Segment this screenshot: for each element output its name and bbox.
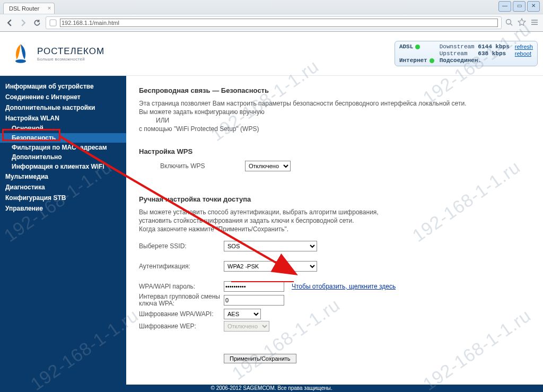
logo: РОСТЕЛЕКОМ Больше возможностей: [10, 42, 104, 65]
star-icon[interactable]: [518, 18, 526, 28]
internet-status-dot: [430, 58, 434, 63]
back-button[interactable]: [4, 18, 15, 28]
connection-status: Подсоединен.: [440, 57, 533, 64]
save-button[interactable]: Применить/Сохранить: [224, 354, 296, 363]
encryption-label: Шифрование WPA/WAPI:: [139, 310, 224, 318]
svg-rect-0: [50, 20, 56, 26]
browser-tab[interactable]: DSL Router ×: [3, 3, 55, 14]
manual-text-2: установить стойкость шифрования и задать…: [139, 217, 530, 224]
manual-text-3: Когда закончите нажмите "Применить/Сохра…: [139, 225, 530, 233]
upstream-label: Upstream: [440, 50, 468, 57]
sidebar-subitem-security[interactable]: Безопасность: [0, 133, 126, 143]
window-close[interactable]: ✕: [527, 1, 540, 12]
ssid-label: Выберете SSID:: [139, 242, 224, 250]
url-input[interactable]: [60, 19, 498, 27]
rekey-input[interactable]: [224, 295, 284, 306]
sidebar-subitem-mac-filter[interactable]: Фильтрация по MAC- адресам: [0, 143, 126, 152]
show-password-link[interactable]: Чтобы отобразить, щелкните здесь: [292, 283, 396, 290]
window-maximize[interactable]: ▭: [513, 1, 526, 12]
browser-chrome: — ▭ ✕ DSL Router ×: [0, 0, 543, 32]
menu-icon[interactable]: [530, 18, 539, 28]
sidebar: Информация об устройстве Соединение с Ин…: [0, 76, 126, 390]
auth-label: Аутентификация:: [139, 263, 224, 270]
password-label: WPA/WAPI пароль:: [139, 283, 224, 290]
sidebar-subitem-basic[interactable]: Основной: [0, 124, 126, 133]
globe-icon: [49, 19, 57, 27]
password-input[interactable]: [224, 281, 284, 292]
sidebar-item-stb-config[interactable]: Конфигурация STB: [0, 193, 126, 203]
internet-label: Интернет: [399, 57, 427, 64]
tab-close-icon[interactable]: ×: [48, 5, 51, 11]
brand-slogan: Больше возможностей: [37, 57, 104, 62]
content-area: Беспроводная связь — Безопасность Эта ст…: [126, 76, 543, 390]
sidebar-item-internet[interactable]: Соединение с Интернет: [0, 92, 126, 102]
sidebar-subitem-wifi-clients[interactable]: Информация о клиентах WiFi: [0, 162, 126, 171]
downstream-label: Downstream: [440, 43, 475, 50]
svg-line-2: [511, 23, 513, 25]
wps-enable-label: Включить WPS: [139, 162, 245, 170]
search-icon[interactable]: [505, 18, 513, 28]
auth-select[interactable]: WPA2 -PSK: [224, 261, 317, 272]
intro-text-3: с помощью "WiFi Protected Setup" (WPS): [139, 125, 530, 133]
manual-section-title: Ручная настройка точки доступа: [139, 195, 530, 203]
ssid-select[interactable]: SOS: [224, 241, 317, 251]
rekey-label: Интервал групповой смены ключа WPA:: [139, 293, 224, 307]
manual-text-1: Вы можете установить способ аутентификац…: [139, 208, 530, 216]
sidebar-item-diagnostics[interactable]: Диагностика: [0, 182, 126, 193]
reboot-link[interactable]: reboot: [515, 50, 533, 57]
intro-or: ИЛИ: [139, 117, 530, 124]
brand-name: РОСТЕЛЕКОМ: [37, 46, 104, 57]
svg-point-1: [506, 19, 511, 24]
page-body: 192-168-1-1.ru 192-168-1-1.ru 192-168-1-…: [0, 32, 543, 386]
sidebar-item-multimedia[interactable]: Мультимедиа: [0, 171, 126, 182]
forward-button[interactable]: [18, 18, 29, 28]
logo-icon: [10, 42, 32, 65]
wps-select[interactable]: Отключено: [245, 161, 291, 171]
wps-section-title: Настройка WPS: [139, 147, 530, 155]
adsl-label: ADSL: [399, 43, 413, 50]
sidebar-subitem-additional[interactable]: Дополнительно: [0, 152, 126, 162]
svg-point-6: [15, 59, 26, 63]
window-minimize[interactable]: —: [498, 1, 511, 12]
wep-select: Отключено: [224, 321, 269, 332]
sidebar-item-device-info[interactable]: Информация об устройстве: [0, 81, 126, 92]
sidebar-item-management[interactable]: Управление: [0, 203, 126, 214]
tab-title: DSL Router: [9, 5, 39, 12]
reload-button[interactable]: [32, 18, 42, 28]
footer: © 2006-2012 SAGEMCOM. Все права защищены…: [0, 385, 543, 392]
downstream-value: 6144 kbps: [478, 43, 509, 50]
intro-text-2: Вы можете задать конфигурацию вручную: [139, 108, 530, 116]
refresh-link[interactable]: refresh: [515, 43, 533, 50]
sidebar-item-wlan[interactable]: Настройка WLAN: [0, 113, 126, 124]
sidebar-item-advanced[interactable]: Дополнительные настройки: [0, 102, 126, 113]
intro-text-1: Эта страница позволяет Вам настроить пар…: [139, 100, 530, 107]
page-header: РОСТЕЛЕКОМ Больше возможностей ADSL Down…: [0, 32, 543, 76]
page-title: Беспроводная связь — Безопасность: [139, 86, 530, 94]
adsl-status-dot: [415, 45, 420, 49]
annotation-underline: [231, 281, 294, 282]
address-bar[interactable]: [46, 16, 502, 29]
status-panel: ADSL Downstream 6144 kbps refresh Upstre…: [395, 41, 538, 66]
encryption-select[interactable]: AES: [224, 309, 261, 319]
wep-label: Шифрование WEP:: [139, 323, 224, 330]
upstream-value: 638 kbps: [478, 50, 506, 57]
